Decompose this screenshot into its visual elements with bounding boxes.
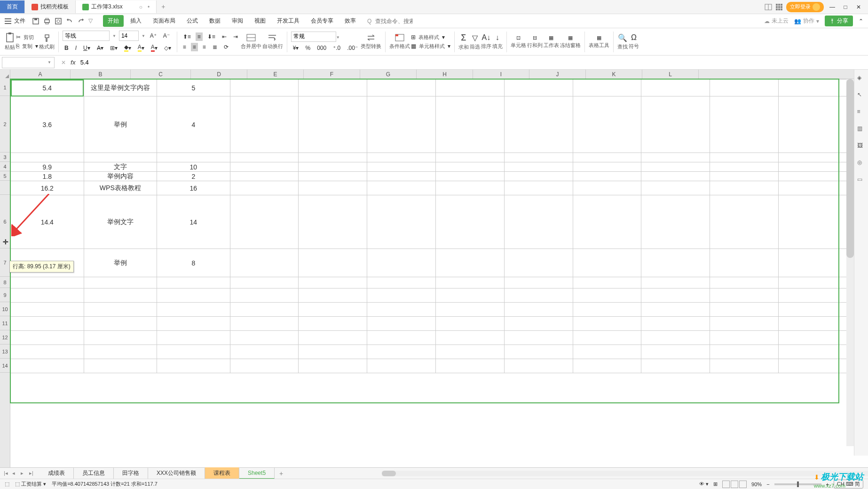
cell[interactable] — [299, 345, 367, 359]
cell[interactable]: WPS表格教程 — [84, 181, 157, 195]
cell[interactable] — [504, 195, 573, 249]
cell[interactable] — [230, 162, 299, 172]
cell[interactable] — [230, 181, 299, 195]
calc-button[interactable]: ⬚ 工资结算 ▾ — [15, 481, 46, 488]
orientation-icon[interactable]: ⟳ — [222, 43, 230, 51]
vertical-scrollbar[interactable] — [846, 79, 854, 446]
cell[interactable] — [710, 359, 779, 373]
cell[interactable] — [230, 317, 299, 331]
menu-tab-view[interactable]: 视图 — [250, 15, 270, 27]
view-normal-icon[interactable] — [722, 481, 730, 488]
cell[interactable] — [504, 162, 573, 172]
cell[interactable] — [710, 277, 779, 289]
cell[interactable] — [436, 317, 505, 331]
view-break-icon[interactable] — [739, 481, 747, 488]
cell[interactable] — [230, 153, 299, 162]
cell[interactable]: 2 — [157, 172, 230, 181]
horizontal-scrollbar[interactable] — [382, 471, 868, 476]
col-header-E[interactable]: E — [247, 70, 304, 79]
cell[interactable] — [436, 80, 505, 96]
sort-button[interactable]: A↓排序 — [481, 33, 491, 50]
cell-style-button[interactable]: ▦ 单元格样式▾ — [411, 43, 450, 50]
cell[interactable] — [11, 359, 84, 373]
tab-docer[interactable]: 找稻壳模板 — [25, 0, 76, 13]
clear-format-button[interactable]: ◇▾ — [162, 44, 173, 52]
cell[interactable] — [84, 345, 157, 359]
cell[interactable] — [84, 153, 157, 162]
search-input[interactable] — [375, 18, 413, 24]
cell[interactable] — [504, 331, 573, 345]
cell[interactable] — [367, 181, 436, 195]
cell[interactable] — [299, 162, 367, 172]
cell[interactable] — [779, 172, 847, 181]
sheet-tab-3[interactable]: XXX公司销售额 — [148, 467, 205, 479]
sheet-first-icon[interactable]: |◂ — [4, 470, 10, 476]
cell[interactable] — [641, 331, 710, 345]
cell[interactable] — [299, 153, 367, 162]
highlight-button[interactable]: A▾ — [136, 43, 146, 53]
col-header-K[interactable]: K — [586, 70, 642, 79]
sheet-tab-2[interactable]: 田字格 — [114, 467, 148, 479]
cell[interactable] — [710, 181, 779, 195]
cell[interactable] — [157, 345, 230, 359]
cell[interactable] — [11, 289, 84, 303]
cell[interactable] — [299, 181, 367, 195]
italic-button[interactable]: I — [73, 44, 79, 52]
cell[interactable] — [779, 153, 847, 162]
cell[interactable] — [230, 331, 299, 345]
layout-icon[interactable] — [765, 4, 772, 10]
cell[interactable] — [641, 181, 710, 195]
cell[interactable] — [641, 345, 710, 359]
menu-tab-start[interactable]: 开始 — [103, 15, 124, 27]
cell[interactable] — [11, 331, 84, 345]
print-preview-icon[interactable] — [55, 17, 62, 25]
cell[interactable] — [641, 249, 710, 277]
cell[interactable] — [504, 96, 573, 153]
collab-button[interactable]: 👥 协作 ▾ — [794, 17, 819, 25]
cell[interactable] — [436, 277, 505, 289]
panel-location-icon[interactable]: ◎ — [857, 159, 866, 168]
close-button[interactable]: ✕ — [854, 2, 863, 12]
panel-layout-icon[interactable]: ▥ — [857, 125, 866, 134]
cell[interactable] — [504, 172, 573, 181]
col-header-C[interactable]: C — [131, 70, 191, 79]
cell[interactable]: 举例 — [84, 249, 157, 277]
thousands-button[interactable]: 000 — [315, 44, 328, 52]
row-header[interactable]: 3 — [0, 152, 10, 162]
cell[interactable] — [11, 317, 84, 331]
font-color-button[interactable]: A▾ — [149, 43, 159, 53]
cell[interactable] — [11, 303, 84, 317]
cell[interactable]: 3.6 — [11, 96, 84, 153]
cell[interactable] — [299, 195, 367, 249]
cell[interactable] — [504, 359, 573, 373]
cell[interactable] — [436, 153, 505, 162]
cell[interactable] — [641, 359, 710, 373]
dec-inc-button[interactable]: ⁺.0 — [331, 44, 342, 52]
tab-close-icon[interactable]: • — [148, 4, 150, 10]
copy-button[interactable]: ⎘ 复制 ▾ — [16, 43, 38, 50]
cell[interactable] — [779, 181, 847, 195]
cell[interactable]: 举例内容 — [84, 172, 157, 181]
cell[interactable] — [573, 331, 641, 345]
cell[interactable] — [436, 249, 505, 277]
apps-icon[interactable] — [776, 4, 782, 10]
currency-button[interactable]: ¥▾ — [291, 44, 301, 52]
row-header[interactable]: 10 — [0, 302, 10, 316]
cell[interactable] — [299, 96, 367, 153]
cell[interactable] — [436, 172, 505, 181]
hscroll-thumb[interactable] — [382, 471, 396, 476]
fx-icon[interactable]: fx — [71, 59, 76, 66]
col-header-F[interactable]: F — [304, 70, 360, 79]
percent-button[interactable]: % — [303, 44, 312, 52]
cell[interactable] — [367, 80, 436, 96]
cell[interactable] — [779, 359, 847, 373]
cut-button[interactable]: ✂ 剪切 — [16, 34, 38, 41]
cell[interactable] — [299, 172, 367, 181]
cond-format[interactable]: 条件格式 — [389, 33, 410, 50]
cell[interactable] — [779, 96, 847, 153]
cell[interactable] — [157, 303, 230, 317]
cell[interactable] — [641, 162, 710, 172]
menu-tab-member[interactable]: 会员专享 — [306, 15, 338, 27]
cell[interactable] — [367, 249, 436, 277]
sheet-tab-4[interactable]: 课程表 — [205, 467, 239, 479]
